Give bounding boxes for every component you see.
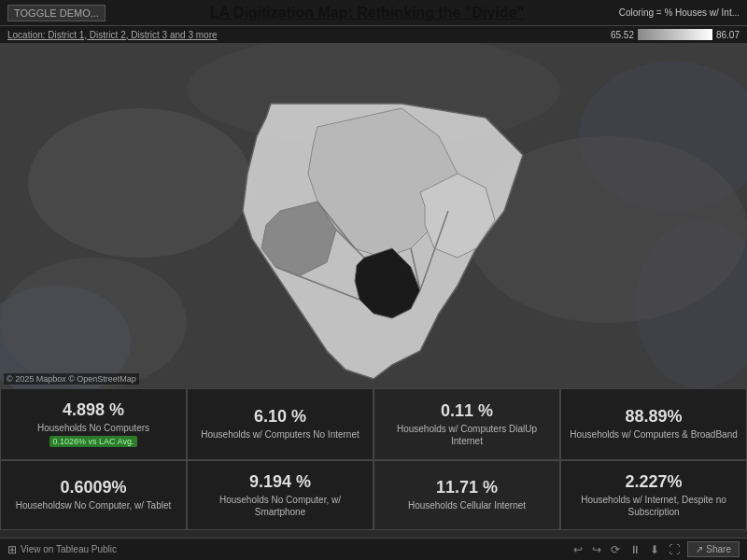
map-svg — [0, 43, 747, 388]
stat-no-computers-label: Households No Computers — [37, 422, 149, 434]
stat-cellular-internet-value: 11.71 % — [436, 478, 498, 497]
pause-button[interactable]: ⏸ — [627, 541, 642, 558]
stat-no-computers-value: 4.898 % — [63, 400, 124, 420]
toggle-demo-button[interactable]: TOGGLE DEMO... — [7, 5, 106, 21]
reset-button[interactable]: ⟳ — [609, 541, 622, 558]
stat-no-computer-smartphone-label: Households No Computer, w/ Smartphone — [193, 494, 367, 518]
stat-no-computer-tablet: 0.6009% Householdsw No Computer, w/ Tabl… — [0, 460, 187, 531]
legend-gradient-bar — [638, 29, 712, 40]
svg-point-4 — [28, 108, 252, 258]
stat-cellular-internet-label: Households Cellular Internet — [408, 499, 526, 511]
stat-broadband: 88.89% Households w/ Computers & BroadBa… — [560, 388, 747, 460]
stats-grid: 4.898 % Households No Computers 0.1026% … — [0, 388, 747, 530]
stat-internet-no-subscription-value: 2.227% — [625, 472, 682, 492]
share-button[interactable]: ↗ Share — [687, 541, 740, 557]
redo-button[interactable]: ↪ — [590, 541, 603, 558]
stat-computers-no-internet-label: Households w/ Computers No Internet — [201, 428, 359, 441]
legend-min-value: 65.52 — [611, 30, 634, 40]
stat-no-computers-badge: 0.1026% vs LAC Avg. — [49, 436, 138, 447]
stat-broadband-value: 88.89% — [625, 407, 682, 427]
undo-button[interactable]: ↩ — [571, 541, 585, 558]
stat-no-computer-smartphone: 9.194 % Households No Computer, w/ Smart… — [187, 460, 374, 531]
stat-dialup: 0.11 % Households w/ Computers DialUp In… — [374, 388, 560, 460]
stat-internet-no-subscription: 2.227% Households w/ Internet, Despite n… — [560, 460, 747, 531]
map-container[interactable]: © 2025 Mapbox © OpenStreetMap — [0, 43, 747, 388]
fullscreen-button[interactable]: ⛶ — [667, 541, 682, 558]
download-button[interactable]: ⬇ — [648, 541, 661, 558]
legend-range: 65.52 86.07 — [611, 29, 740, 40]
page-title: LA Digitization Map: Rethinking the "Div… — [115, 5, 619, 21]
stat-no-computer-tablet-label: Householdsw No Computer, w/ Tablet — [16, 499, 172, 511]
svg-point-7 — [0, 258, 187, 388]
legend-max-value: 86.07 — [716, 30, 740, 40]
tableau-public-link[interactable]: ⊞ View on Tableau Public — [7, 543, 117, 556]
share-icon: ↗ — [696, 544, 703, 554]
share-label: Share — [706, 544, 731, 554]
stat-computers-no-internet: 6.10 % Households w/ Computers No Intern… — [187, 388, 374, 460]
map-attribution: © 2025 Mapbox © OpenStreetMap — [4, 373, 139, 385]
stat-no-computers: 4.898 % Households No Computers 0.1026% … — [0, 388, 187, 460]
stat-computers-no-internet-value: 6.10 % — [254, 407, 306, 427]
footer-controls: ↩ ↪ ⟳ ⏸ ⬇ ⛶ ↗ Share — [571, 541, 740, 558]
stat-no-computer-tablet-value: 0.6009% — [60, 478, 126, 497]
tableau-icon: ⊞ — [7, 543, 17, 556]
tableau-link-label: View on Tableau Public — [21, 544, 117, 554]
stat-dialup-label: Households w/ Computers DialUp Internet — [380, 423, 554, 447]
stat-dialup-value: 0.11 % — [441, 401, 493, 421]
footer: ⊞ View on Tableau Public ↩ ↪ ⟳ ⏸ ⬇ ⛶ ↗ S… — [0, 538, 747, 560]
legend-label: Coloring = % Houses w/ Int... — [619, 7, 740, 18]
location-filter[interactable]: Location: District 1, District 2, Distri… — [7, 30, 218, 40]
stat-cellular-internet: 11.71 % Households Cellular Internet — [374, 460, 560, 531]
stat-internet-no-subscription-label: Households w/ Internet, Despite no Subsc… — [567, 494, 740, 518]
stat-broadband-label: Households w/ Computers & BroadBand — [570, 428, 738, 441]
stat-no-computer-smartphone-value: 9.194 % — [249, 472, 311, 492]
